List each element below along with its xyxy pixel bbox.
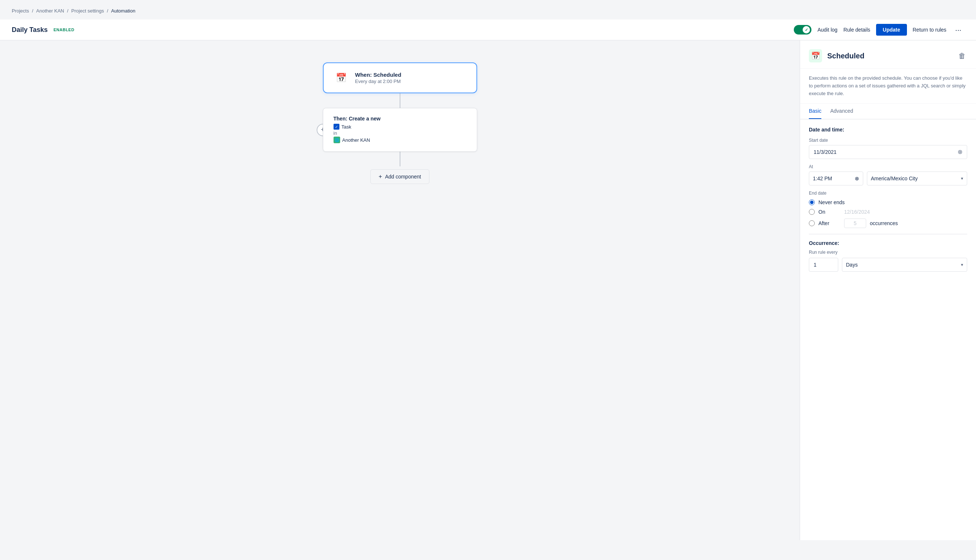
- tab-basic[interactable]: Basic: [809, 103, 821, 119]
- breadcrumb-sep-2: /: [67, 8, 68, 13]
- on-date-placeholder[interactable]: 12/16/2024: [844, 209, 967, 215]
- panel-description: Executes this rule on the provided sched…: [800, 69, 976, 103]
- after-value-input[interactable]: [844, 218, 866, 228]
- task-label: Task: [342, 124, 352, 130]
- main-content: 📅 When: Scheduled Every day at 2:00 PM +…: [0, 40, 976, 540]
- action-node-wrapper: + Then: Create a new ✓ Task in 🌐 Another…: [323, 108, 477, 152]
- connector-line-1: [400, 93, 400, 108]
- header-bar: Daily Tasks ENABLED ✓ Audit log Rule det…: [0, 20, 976, 40]
- occurrence-row: Days ▾: [809, 258, 967, 272]
- rule-details-link[interactable]: Rule details: [843, 27, 870, 33]
- time-clear-icon[interactable]: ⊗: [855, 175, 859, 182]
- never-ends-label: Never ends: [818, 199, 845, 205]
- run-unit-chevron-icon: ▾: [961, 262, 963, 267]
- panel-body: Date and time: Start date ⊗ At ⊗ America…: [800, 119, 976, 540]
- date-time-section-title: Date and time:: [809, 127, 967, 133]
- panel-title: Scheduled: [827, 52, 952, 60]
- occurrence-section-title: Occurrence:: [809, 240, 967, 246]
- never-ends-radio[interactable]: [809, 199, 815, 205]
- project-label: Another KAN: [342, 137, 370, 143]
- timezone-chevron-icon: ▾: [961, 176, 963, 181]
- add-component-button[interactable]: + Add component: [370, 169, 429, 184]
- end-date-label: End date: [809, 191, 967, 196]
- after-label: After: [818, 220, 841, 226]
- end-date-section: End date Never ends On 12/16/2024 After: [809, 191, 967, 228]
- more-options-button[interactable]: ···: [952, 24, 964, 36]
- trigger-title: When: Scheduled: [355, 72, 402, 78]
- action-node[interactable]: Then: Create a new ✓ Task in 🌐 Another K…: [323, 108, 477, 152]
- run-unit-select[interactable]: Days ▾: [842, 258, 967, 272]
- never-ends-row[interactable]: Never ends: [809, 199, 967, 205]
- breadcrumb-project-settings[interactable]: Project settings: [71, 8, 104, 13]
- on-date-row[interactable]: On 12/16/2024: [809, 209, 967, 215]
- action-node-content: Then: Create a new ✓ Task in 🌐 Another K…: [334, 116, 380, 144]
- return-to-rules-link[interactable]: Return to rules: [913, 27, 947, 33]
- enabled-badge: ENABLED: [53, 28, 75, 32]
- trigger-subtitle: Every day at 2:00 PM: [355, 78, 402, 84]
- project-icon: 🌐: [334, 137, 340, 143]
- breadcrumb-sep-1: /: [32, 8, 33, 13]
- right-panel: 📅 Scheduled 🗑 Executes this rule on the …: [800, 40, 976, 540]
- start-date-clear-icon[interactable]: ⊗: [958, 149, 963, 155]
- delete-button[interactable]: 🗑: [957, 50, 967, 62]
- breadcrumb-automation[interactable]: Automation: [111, 8, 135, 13]
- audit-log-link[interactable]: Audit log: [818, 27, 837, 33]
- connector-line-2: [400, 152, 400, 167]
- panel-calendar-icon: 📅: [809, 49, 822, 62]
- run-rule-label: Run rule every: [809, 250, 967, 255]
- trigger-node-content: When: Scheduled Every day at 2:00 PM: [355, 72, 402, 84]
- breadcrumb-projects[interactable]: Projects: [12, 8, 29, 13]
- header-actions: Audit log Rule details Update Return to …: [818, 24, 964, 36]
- canvas-area: 📅 When: Scheduled Every day at 2:00 PM +…: [0, 40, 800, 540]
- add-component-label: Add component: [385, 174, 421, 180]
- time-input-wrap[interactable]: ⊗: [809, 172, 863, 185]
- start-date-field[interactable]: ⊗: [809, 145, 967, 159]
- in-label: in: [334, 130, 380, 136]
- enable-toggle[interactable]: ✓: [794, 25, 811, 35]
- run-every-input[interactable]: [809, 258, 838, 272]
- project-detail: 🌐 Another KAN: [334, 137, 380, 143]
- on-label: On: [818, 209, 841, 215]
- start-date-input[interactable]: [814, 149, 958, 155]
- breadcrumb-another-kan[interactable]: Another KAN: [37, 8, 64, 13]
- at-row: ⊗ America/Mexico City ▾: [809, 172, 967, 185]
- rule-title: Daily Tasks: [12, 26, 48, 34]
- trash-icon: 🗑: [958, 52, 966, 60]
- calendar-icon: 📅: [334, 70, 349, 85]
- on-date-radio[interactable]: [809, 209, 815, 215]
- divider: [809, 234, 967, 234]
- timezone-value: America/Mexico City: [871, 175, 918, 182]
- occurrences-label: occurrences: [870, 220, 898, 226]
- add-component-plus-icon: +: [379, 173, 382, 180]
- task-detail: ✓ Task: [334, 124, 380, 130]
- timezone-select[interactable]: America/Mexico City ▾: [867, 172, 967, 185]
- at-label: At: [809, 164, 967, 169]
- task-icon: ✓: [334, 124, 339, 130]
- trigger-node[interactable]: 📅 When: Scheduled Every day at 2:00 PM: [323, 62, 477, 93]
- after-row[interactable]: After occurrences: [809, 218, 967, 228]
- breadcrumb: Projects / Another KAN / Project setting…: [0, 0, 976, 20]
- panel-header: 📅 Scheduled 🗑: [800, 40, 976, 69]
- after-radio[interactable]: [809, 220, 815, 226]
- tab-advanced[interactable]: Advanced: [830, 103, 853, 119]
- time-input[interactable]: [813, 175, 839, 182]
- update-button[interactable]: Update: [876, 24, 907, 36]
- run-unit-value: Days: [846, 262, 858, 268]
- start-date-label: Start date: [809, 138, 967, 143]
- panel-tabs: Basic Advanced: [800, 103, 976, 119]
- action-title: Then: Create a new: [334, 116, 380, 122]
- toggle-check-icon: ✓: [805, 28, 808, 32]
- breadcrumb-sep-3: /: [107, 8, 108, 13]
